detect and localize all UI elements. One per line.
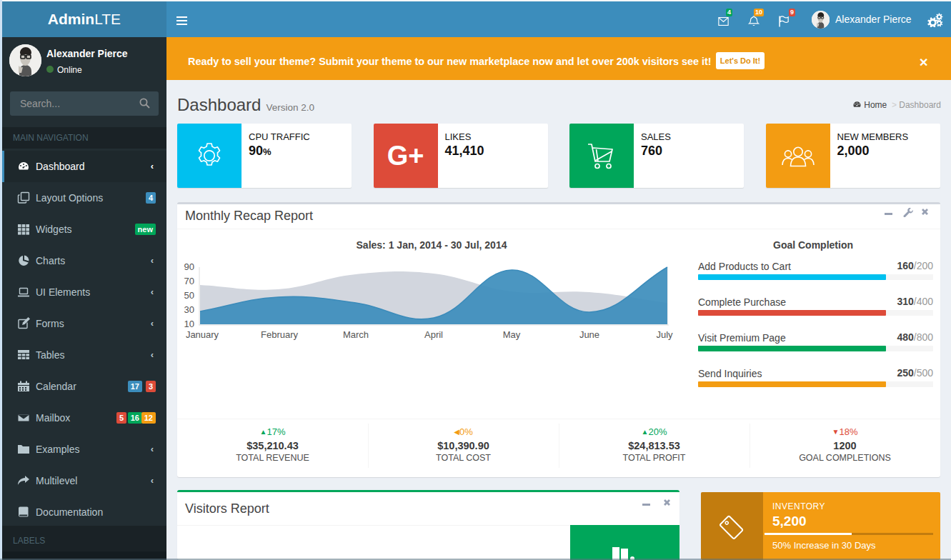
svg-text:50: 50	[184, 290, 194, 301]
svg-text:January: January	[186, 329, 219, 340]
svg-text:June: June	[579, 329, 599, 340]
svg-text:July: July	[656, 329, 673, 340]
svg-text:April: April	[424, 329, 443, 340]
svg-text:February: February	[261, 329, 299, 340]
svg-text:10: 10	[184, 319, 194, 329]
svg-text:90: 90	[184, 261, 194, 272]
svg-text:May: May	[503, 329, 521, 340]
svg-text:March: March	[343, 329, 369, 340]
svg-text:30: 30	[184, 304, 194, 315]
svg-text:70: 70	[184, 276, 194, 286]
